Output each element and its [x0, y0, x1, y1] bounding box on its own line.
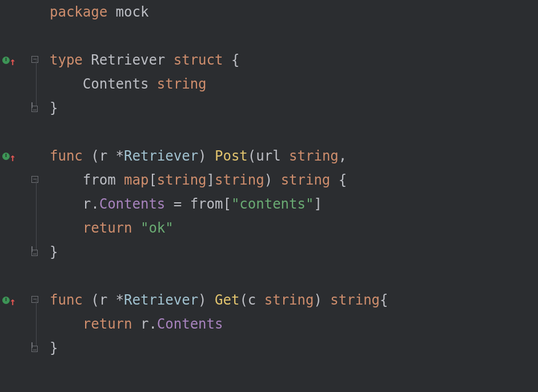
- code-line-blank: [50, 24, 538, 48]
- code-line: type Retriever struct {: [50, 48, 538, 72]
- fold-guide-line: [36, 180, 37, 250]
- type: string: [157, 72, 207, 96]
- gutter-line: [0, 144, 43, 168]
- code-line: r.Contents = from["contents"]: [50, 192, 538, 216]
- implements-icon[interactable]: [2, 57, 10, 64]
- keyword: return: [83, 312, 133, 336]
- brace: }: [50, 336, 58, 360]
- code-line-blank: [50, 264, 538, 288]
- package-name: mock: [116, 0, 149, 24]
- code-line: from map[string]string) string {: [50, 168, 538, 192]
- code-line: }: [50, 96, 538, 120]
- keyword: struct: [174, 48, 223, 72]
- gutter-line: [0, 120, 43, 144]
- code-line: }: [50, 336, 538, 360]
- fold-guide-line: [36, 60, 37, 106]
- gutter-line: [0, 264, 43, 288]
- code-line: func (r *Retriever) Post(url string,: [50, 144, 538, 168]
- gutter-marker[interactable]: [2, 56, 16, 64]
- type-ref: Retriever: [124, 144, 198, 168]
- gutter-line: [0, 24, 43, 48]
- code-editor: package mock type Retriever struct { Con…: [0, 0, 538, 392]
- brace: }: [50, 240, 58, 264]
- type-name: Retriever: [91, 48, 165, 72]
- field-ref: Contents: [99, 192, 166, 216]
- brace: {: [231, 48, 239, 72]
- code-content[interactable]: package mock type Retriever struct { Con…: [43, 0, 538, 392]
- fold-guide-line: [36, 300, 37, 346]
- keyword: return: [83, 216, 133, 240]
- type-ref: Retriever: [124, 288, 198, 312]
- field-name: Contents: [83, 72, 149, 96]
- string-literal: "ok": [140, 216, 174, 240]
- gutter-marker[interactable]: [2, 152, 16, 160]
- code-line: Contents string: [50, 72, 538, 96]
- gutter-line: [0, 0, 43, 24]
- code-line: return "ok": [50, 216, 538, 240]
- override-up-icon[interactable]: [10, 152, 16, 160]
- code-line: func (r *Retriever) Get(c string) string…: [50, 288, 538, 312]
- implements-icon[interactable]: [2, 297, 10, 304]
- implements-icon[interactable]: [2, 153, 10, 160]
- gutter-marker[interactable]: [2, 296, 16, 304]
- override-up-icon[interactable]: [10, 56, 16, 64]
- brace: }: [50, 96, 58, 120]
- code-line: package mock: [50, 0, 538, 24]
- function-name: Post: [215, 144, 248, 168]
- override-up-icon[interactable]: [10, 296, 16, 304]
- keyword: func: [50, 288, 83, 312]
- field-ref: Contents: [157, 312, 223, 336]
- code-line: return r.Contents: [50, 312, 538, 336]
- keyword: type: [50, 48, 83, 72]
- keyword: package: [50, 0, 107, 24]
- code-line: }: [50, 240, 538, 264]
- code-line-blank: [50, 120, 538, 144]
- keyword: func: [50, 144, 83, 168]
- string-literal: "contents": [231, 192, 314, 216]
- editor-gutter: [0, 0, 43, 392]
- function-name: Get: [215, 288, 239, 312]
